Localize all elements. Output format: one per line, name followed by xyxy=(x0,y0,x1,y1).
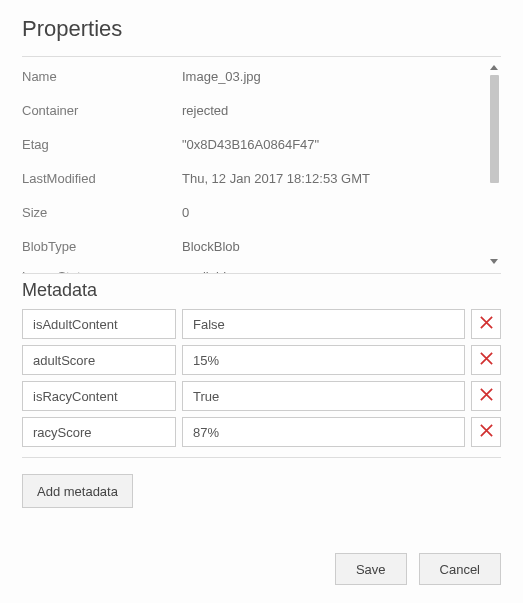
cancel-button[interactable]: Cancel xyxy=(419,553,501,585)
scrollbar[interactable] xyxy=(487,61,501,267)
property-label: Name xyxy=(22,69,182,84)
metadata-row xyxy=(22,381,501,411)
scroll-down-icon[interactable] xyxy=(487,255,501,267)
metadata-row xyxy=(22,309,501,339)
svg-marker-0 xyxy=(490,65,498,70)
dialog-title: Properties xyxy=(22,16,501,42)
property-row: Container rejected xyxy=(22,93,501,127)
property-value: available xyxy=(182,269,233,273)
property-value: Thu, 12 Jan 2017 18:12:53 GMT xyxy=(182,171,370,186)
property-label: LastModified xyxy=(22,171,182,186)
close-icon xyxy=(479,387,494,406)
property-value: 0 xyxy=(182,205,189,220)
close-icon xyxy=(479,423,494,442)
divider xyxy=(22,457,501,458)
property-row: Name Image_03.jpg xyxy=(22,59,501,93)
metadata-row xyxy=(22,345,501,375)
metadata-key-input[interactable] xyxy=(22,417,176,447)
delete-metadata-button[interactable] xyxy=(471,345,501,375)
property-label: Container xyxy=(22,103,182,118)
metadata-key-input[interactable] xyxy=(22,381,176,411)
dialog-footer: Save Cancel xyxy=(335,553,501,585)
delete-metadata-button[interactable] xyxy=(471,417,501,447)
properties-list: Name Image_03.jpg Container rejected Eta… xyxy=(22,57,501,273)
delete-metadata-button[interactable] xyxy=(471,381,501,411)
property-value: rejected xyxy=(182,103,228,118)
property-row: LastModified Thu, 12 Jan 2017 18:12:53 G… xyxy=(22,161,501,195)
metadata-row xyxy=(22,417,501,447)
metadata-value-input[interactable] xyxy=(182,345,465,375)
properties-scroll-area[interactable]: Name Image_03.jpg Container rejected Eta… xyxy=(22,57,501,273)
property-row: LeaseState available xyxy=(22,263,501,273)
property-row: Size 0 xyxy=(22,195,501,229)
add-metadata-button[interactable]: Add metadata xyxy=(22,474,133,508)
property-label: BlobType xyxy=(22,239,182,254)
save-button[interactable]: Save xyxy=(335,553,407,585)
properties-dialog: Properties Name Image_03.jpg Container r… xyxy=(0,0,523,603)
close-icon xyxy=(479,315,494,334)
property-row: BlobType BlockBlob xyxy=(22,229,501,263)
property-label: Etag xyxy=(22,137,182,152)
scrollbar-thumb[interactable] xyxy=(490,75,499,183)
metadata-value-input[interactable] xyxy=(182,417,465,447)
metadata-value-input[interactable] xyxy=(182,309,465,339)
metadata-value-input[interactable] xyxy=(182,381,465,411)
property-label: LeaseState xyxy=(22,269,182,273)
metadata-table xyxy=(22,309,501,447)
property-value: Image_03.jpg xyxy=(182,69,261,84)
property-label: Size xyxy=(22,205,182,220)
divider xyxy=(22,273,501,274)
close-icon xyxy=(479,351,494,370)
delete-metadata-button[interactable] xyxy=(471,309,501,339)
metadata-title: Metadata xyxy=(22,280,501,301)
property-value: "0x8D43B16A0864F47" xyxy=(182,137,319,152)
property-value: BlockBlob xyxy=(182,239,240,254)
property-row: Etag "0x8D43B16A0864F47" xyxy=(22,127,501,161)
scroll-up-icon[interactable] xyxy=(487,61,501,73)
metadata-key-input[interactable] xyxy=(22,309,176,339)
svg-marker-1 xyxy=(490,259,498,264)
metadata-key-input[interactable] xyxy=(22,345,176,375)
